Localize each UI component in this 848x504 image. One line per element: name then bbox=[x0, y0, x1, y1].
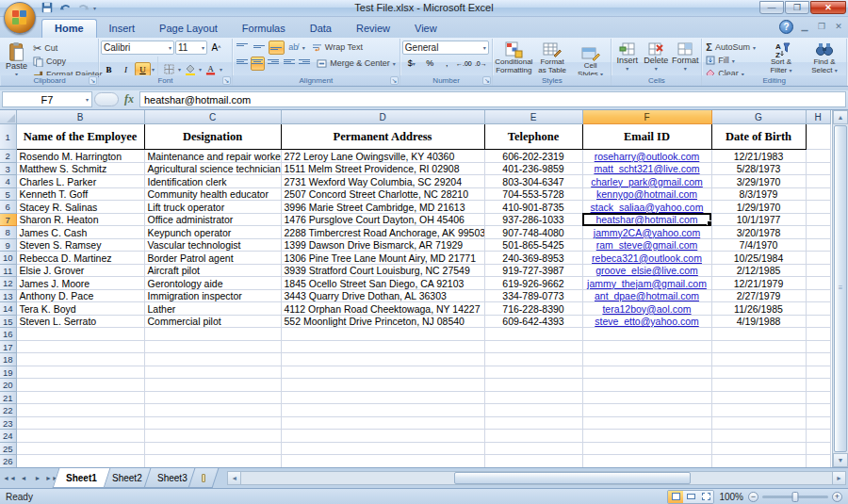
cell[interactable]: 2/12/1985 bbox=[711, 264, 806, 277]
first-sheet-icon[interactable]: ◄◄ bbox=[3, 472, 16, 485]
cell[interactable]: 704-553-5728 bbox=[484, 187, 582, 201]
email-link[interactable]: ant_dpae@hotmail.com bbox=[595, 290, 699, 301]
clipboard-dialog-launcher[interactable]: ↘ bbox=[89, 76, 97, 85]
delete-cells-button[interactable]: Delete▾ bbox=[642, 41, 670, 73]
row-header-25[interactable]: 25 bbox=[0, 442, 16, 455]
cell[interactable]: 11/26/1985 bbox=[711, 302, 806, 316]
number-format-select[interactable]: General▾ bbox=[402, 41, 489, 55]
cell[interactable]: Office administrator bbox=[144, 213, 281, 226]
row-header-16[interactable]: 16 bbox=[0, 328, 16, 341]
office-button[interactable] bbox=[4, 2, 36, 34]
cell[interactable] bbox=[144, 353, 281, 366]
row-header-22[interactable]: 22 bbox=[0, 404, 16, 417]
cell[interactable] bbox=[484, 455, 582, 467]
active-cell[interactable]: heatshar@hotmail.com bbox=[582, 213, 711, 226]
email-link[interactable]: steve_etto@yahoo.com bbox=[595, 316, 698, 327]
horizontal-scrollbar[interactable]: ◄ ► bbox=[227, 470, 846, 486]
increase-decimal-icon[interactable]: ←.00 bbox=[456, 57, 472, 71]
align-bottom-icon[interactable] bbox=[269, 41, 285, 55]
cell[interactable]: tera12boy@aol.com bbox=[582, 302, 711, 316]
cell[interactable] bbox=[806, 187, 830, 201]
cell[interactable] bbox=[144, 416, 281, 430]
ribbon-tab-page-layout[interactable]: Page Layout bbox=[147, 20, 230, 38]
cell[interactable]: 10/25/1984 bbox=[711, 252, 806, 265]
cell[interactable] bbox=[16, 430, 144, 443]
cell[interactable] bbox=[711, 391, 806, 404]
cell[interactable] bbox=[144, 430, 281, 443]
zoom-out-icon[interactable]: − bbox=[748, 492, 758, 502]
insert-cells-button[interactable]: Insert▾ bbox=[613, 41, 641, 73]
cell[interactable] bbox=[806, 315, 830, 328]
cell[interactable] bbox=[144, 442, 281, 455]
cell[interactable]: 3/20/1978 bbox=[711, 226, 806, 239]
cell[interactable]: charley_park@gmail.com bbox=[582, 175, 711, 188]
cell[interactable]: Identification clerk bbox=[144, 175, 281, 188]
cell[interactable]: 1845 Ocello Street San Diego, CA 92103 bbox=[281, 277, 484, 290]
email-link[interactable]: heatshar@hotmail.com bbox=[595, 214, 697, 225]
email-link[interactable]: matt_scht321@live.com bbox=[594, 163, 699, 174]
cell[interactable] bbox=[806, 175, 830, 188]
cell[interactable]: kennygo@hotmail.com bbox=[582, 187, 711, 201]
cell[interactable]: Sharon R. Heaton bbox=[16, 213, 144, 226]
row-header-4[interactable]: 4 bbox=[0, 175, 16, 188]
table-header-cell[interactable]: Name of the Employee bbox=[16, 124, 144, 150]
cell[interactable]: 401-236-9859 bbox=[484, 162, 582, 175]
cell[interactable]: 552 Moonlight Drive Princeton, NJ 08540 bbox=[281, 315, 484, 328]
cell[interactable]: Keypunch operator bbox=[144, 226, 281, 239]
cell[interactable] bbox=[281, 366, 484, 379]
cell[interactable]: Lather bbox=[144, 302, 281, 316]
cell[interactable] bbox=[711, 353, 806, 366]
cell[interactable]: Immigration inspector bbox=[144, 289, 281, 302]
align-right-icon[interactable] bbox=[266, 57, 281, 71]
orientation-icon[interactable]: ab̸ bbox=[285, 41, 302, 55]
row-header-2[interactable]: 2 bbox=[0, 150, 16, 163]
cell[interactable] bbox=[806, 442, 830, 455]
fill-color-dropdown-icon[interactable]: ▾ bbox=[199, 66, 202, 73]
cell[interactable]: 2731 Wexford Way Columbia, SC 29204 bbox=[281, 175, 484, 188]
table-header-cell[interactable]: Permanent Address bbox=[281, 124, 484, 150]
comma-format-button[interactable]: , bbox=[439, 57, 455, 71]
sort-filter-button[interactable]: AZ Sort &Filter ▾ bbox=[761, 41, 801, 76]
cell[interactable]: 1511 Melm Street Providence, RI 02908 bbox=[281, 162, 484, 175]
wrap-text-button[interactable]: Wrap Text bbox=[310, 41, 365, 54]
cell[interactable] bbox=[806, 238, 830, 252]
cell[interactable] bbox=[806, 340, 830, 353]
page-break-view-icon[interactable] bbox=[698, 491, 713, 503]
workbook-minimize-icon[interactable]: ▁ bbox=[799, 22, 810, 31]
cell[interactable]: Kenneth T. Goff bbox=[16, 187, 144, 201]
cell[interactable]: 334-789-0773 bbox=[484, 289, 582, 302]
row-header-20[interactable]: 20 bbox=[0, 379, 16, 392]
ribbon-tab-home[interactable]: Home bbox=[41, 19, 97, 38]
email-link[interactable]: tera12boy@aol.com bbox=[602, 303, 691, 315]
cell[interactable] bbox=[806, 201, 830, 214]
cell[interactable] bbox=[281, 391, 484, 404]
row-header-11[interactable]: 11 bbox=[0, 264, 16, 277]
row-header-19[interactable]: 19 bbox=[0, 366, 16, 379]
row-header-9[interactable]: 9 bbox=[0, 238, 16, 252]
cell[interactable]: 2/27/1979 bbox=[711, 289, 806, 302]
format-cells-button[interactable]: Format▾ bbox=[671, 41, 699, 73]
cell[interactable]: 4112 Orphan Road Cheektowaga, NY 14227 bbox=[281, 302, 484, 316]
cell[interactable] bbox=[582, 366, 711, 379]
cell[interactable] bbox=[806, 416, 830, 430]
font-dialog-launcher[interactable]: ↘ bbox=[222, 76, 231, 85]
column-header-F[interactable]: F bbox=[582, 110, 711, 124]
column-header-D[interactable]: D bbox=[281, 110, 484, 124]
cell[interactable] bbox=[711, 340, 806, 353]
cell[interactable] bbox=[582, 455, 711, 467]
cell[interactable] bbox=[16, 366, 144, 379]
cell[interactable] bbox=[806, 289, 830, 302]
cell[interactable]: 4/19/1988 bbox=[711, 315, 806, 328]
minimize-button[interactable]: — bbox=[759, 1, 784, 14]
row-header-6[interactable]: 6 bbox=[0, 201, 16, 214]
cell[interactable] bbox=[806, 366, 830, 379]
email-link[interactable]: roseharry@outlook.com bbox=[595, 151, 700, 162]
cell[interactable]: 5/28/1973 bbox=[711, 162, 806, 175]
prev-sheet-icon[interactable]: ◄ bbox=[17, 472, 30, 485]
cell[interactable]: Elsie J. Grover bbox=[16, 264, 144, 277]
cell[interactable] bbox=[144, 391, 281, 404]
cell[interactable] bbox=[582, 391, 711, 404]
cell[interactable] bbox=[806, 213, 830, 226]
table-header-cell[interactable]: Designation bbox=[144, 124, 281, 150]
align-middle-icon[interactable] bbox=[252, 41, 268, 55]
